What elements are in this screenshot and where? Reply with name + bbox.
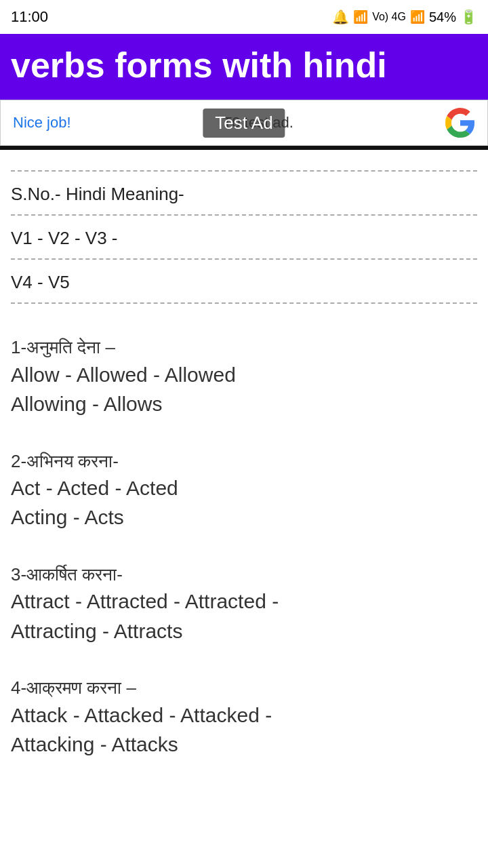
verb-forms-line2-4: Attacking - Attacks [11, 730, 477, 760]
verb-entry-4: 4-आक्रमण करना – Attack - Attacked - Atta… [11, 675, 477, 759]
ad-nice-job-text: Nice job! [13, 114, 71, 132]
verb-hindi-2: 2-अभिनय करना- [11, 449, 477, 473]
dashed-divider-2 [11, 214, 477, 216]
verb-forms-line1-4: Attack - Attacked - Attacked - [11, 701, 477, 730]
table-header-row2: V1 - V2 - V3 - [11, 222, 477, 252]
verb-entry-2: 2-अभिनय करना- Act - Acted - Acted Acting… [11, 449, 477, 532]
status-bar: 11:00 🔔 📶 Vo) 4G 📶 54% 🔋 [0, 0, 488, 34]
google-logo-icon [445, 108, 475, 138]
verb-forms-line2-2: Acting - Acts [11, 502, 477, 532]
dashed-divider-1 [11, 170, 477, 172]
verb-forms-line1-2: Act - Acted - Acted [11, 473, 477, 503]
verb-forms-line1-3: Attract - Attracted - Attracted - [11, 587, 477, 616]
battery-percent: 54% [429, 9, 456, 25]
lte-label: Vo) 4G [372, 11, 406, 23]
app-header: verbs forms with hindi [0, 34, 488, 100]
app-title: verbs forms with hindi [11, 46, 477, 85]
status-time: 11:00 [11, 8, 48, 26]
table-header-row3: V4 - V5 [11, 267, 477, 296]
signal2-icon: 📶 [410, 9, 425, 24]
verb-forms-line2-1: Allowing - Allows [11, 389, 477, 419]
status-icons: 🔔 📶 Vo) 4G 📶 54% 🔋 [332, 9, 477, 25]
notification-icon: 🔔 [332, 9, 349, 25]
dashed-divider-4 [11, 302, 477, 304]
verb-forms-line2-3: Attracting - Attracts [11, 616, 477, 646]
verb-hindi-4: 4-आक्रमण करना – [11, 675, 477, 700]
verb-hindi-3: 3-आकर्षित करना- [11, 562, 477, 587]
verb-entry-3: 3-आकर्षित करना- Attract - Attracted - At… [11, 562, 477, 646]
content-area: S.No.- Hindi Meaning- V1 - V2 - V3 - V4 … [0, 150, 488, 760]
dashed-divider-3 [11, 258, 477, 260]
ad-test-overlay: Test Ad [203, 108, 285, 138]
ad-banner[interactable]: Nice job! Test Ad T0 test ad. [0, 100, 488, 146]
table-header-row1: S.No.- Hindi Meaning- [11, 178, 477, 208]
signal-icon: 📶 [353, 9, 368, 24]
verb-forms-line1-1: Allow - Allowed - Allowed [11, 360, 477, 390]
battery-icon: 🔋 [460, 9, 477, 25]
verb-entry-1: 1-अनुमति देना – Allow - Allowed - Allowe… [11, 335, 477, 418]
verb-hindi-1: 1-अनुमति देना – [11, 335, 477, 359]
